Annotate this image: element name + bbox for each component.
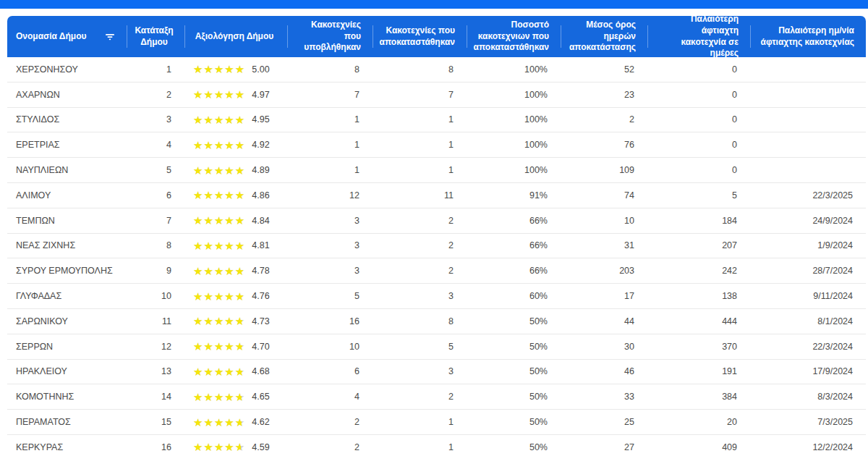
cell-value: 7/3/2025: [817, 417, 853, 427]
cell-value: 3: [354, 266, 359, 276]
cell-oldest_date: 8/3/2024: [750, 384, 866, 409]
cell-value: 50%: [529, 342, 548, 352]
table-row: ΓΛΥΦΑΔΑΣ10★★★★★★★★★★4.765360%171389/11/2…: [7, 284, 866, 309]
cell-percent: 50%: [467, 309, 561, 334]
cell-value: 3: [354, 240, 359, 250]
col-header-rating[interactable]: Αξιολόγηση Δήμου: [184, 16, 287, 57]
cell-rating: ★★★★★★★★★★4.73: [184, 309, 287, 334]
cell-name: ΚΕΡΚΥΡΑΣ: [7, 435, 127, 456]
cell-oldest_days: 5: [647, 183, 750, 208]
cell-fixed: 3: [373, 360, 467, 384]
cell-avg_days: 2: [561, 108, 647, 132]
cell-avg_days: 46: [561, 360, 647, 384]
cell-oldest_days: 0: [647, 83, 750, 107]
col-header-oldest_days[interactable]: Παλαιότερη άφτιαχτη κακοτεχνία σε ημέρες: [647, 16, 750, 57]
table-row: ΠΕΡΑΜΑΤΟΣ15★★★★★★★★★★4.622150%25207/3/20…: [7, 410, 866, 435]
cell-oldest_date: 8/1/2024: [750, 309, 866, 334]
cell-oldest_days: 20: [647, 410, 750, 434]
cell-value: 50%: [529, 316, 548, 326]
municipality-rating-table: Ονομασία ΔήμουΚατάταξη ΔήμουΑξιολόγηση Δ…: [7, 16, 866, 456]
cell-value: 8/1/2024: [817, 316, 853, 326]
cell-oldest_date: [750, 158, 866, 182]
cell-name: ΗΡΑΚΛΕΙΟΥ: [7, 360, 127, 384]
cell-value: 100%: [524, 90, 548, 100]
cell-fixed: 2: [373, 234, 467, 258]
cell-percent: 100%: [467, 83, 561, 107]
cell-oldest_days: 370: [647, 334, 750, 359]
cell-oldest_days: 0: [647, 132, 750, 157]
cell-value: 8: [166, 240, 171, 250]
cell-value: ΓΛΥΦΑΔΑΣ: [16, 291, 61, 301]
col-header-label: Μέσος όρος ημερών αποκατάστασης: [569, 20, 636, 54]
cell-submitted: 16: [287, 309, 373, 334]
cell-value: 242: [722, 266, 737, 276]
cell-rating: ★★★★★★★★★★4.89: [184, 158, 287, 182]
star-rating-icon: ★★★★★★★★★★: [193, 341, 245, 352]
cell-oldest_days: 0: [647, 158, 750, 182]
cell-value: 17/9/2024: [812, 366, 853, 376]
cell-percent: 50%: [467, 334, 561, 359]
cell-fixed: 1: [373, 108, 467, 132]
cell-value: 2: [448, 266, 454, 276]
cell-oldest_date: [750, 132, 866, 157]
cell-rank: 4: [127, 132, 184, 157]
cell-value: 16: [161, 442, 171, 452]
cell-value: ΕΡΕΤΡΙΑΣ: [16, 140, 60, 150]
cell-value: ΣΕΡΡΩΝ: [16, 342, 53, 352]
table-header-row: Ονομασία ΔήμουΚατάταξη ΔήμουΑξιολόγηση Δ…: [7, 16, 866, 57]
cell-value: 5: [448, 342, 454, 352]
cell-submitted: 1: [287, 132, 373, 157]
cell-value: 9/11/2024: [813, 291, 853, 301]
cell-submitted: 2: [287, 410, 373, 434]
cell-value: 138: [722, 291, 737, 301]
cell-name: ΚΟΜΟΤΗΝΗΣ: [7, 384, 127, 409]
cell-value: 5: [166, 165, 171, 175]
col-header-label: Ποσοστό κακοτεχνιων που αποκαταστάθηκαν: [474, 20, 549, 54]
cell-value: 0: [732, 90, 737, 100]
cell-value: 2: [354, 417, 359, 427]
cell-value: 203: [619, 266, 634, 276]
star-rating-icon: ★★★★★★★★★★: [193, 64, 245, 75]
star-rating-icon: ★★★★★★★★★★: [193, 89, 245, 100]
cell-rating: ★★★★★★★★★★4.62: [184, 410, 287, 434]
cell-value: 28/7/2024: [812, 266, 853, 276]
col-header-percent[interactable]: Ποσοστό κακοτεχνιων που αποκαταστάθηκαν: [467, 16, 561, 57]
cell-name: ΑΧΑΡΝΩΝ: [7, 83, 127, 107]
cell-value: 44: [624, 316, 634, 326]
star-rating-icon: ★★★★★★★★★★: [193, 392, 245, 402]
cell-value: 31: [624, 240, 634, 250]
cell-oldest_days: 384: [647, 384, 750, 409]
cell-value: ΠΕΡΑΜΑΤΟΣ: [16, 417, 71, 427]
cell-value: 24/9/2024: [812, 216, 853, 226]
cell-value: 50%: [529, 442, 548, 452]
table-row: ΣΥΡΟΥ ΕΡΜΟΥΠΟΛΗΣ9★★★★★★★★★★4.783266%2032…: [7, 258, 866, 284]
cell-value: 14: [161, 392, 171, 402]
cell-value: ΤΕΜΠΩΝ: [16, 216, 55, 226]
cell-submitted: 6: [287, 360, 373, 384]
col-header-fixed[interactable]: Κακοτεχνίες που αποκαταστάθηκαν: [373, 16, 467, 57]
cell-value: 2: [354, 442, 359, 452]
cell-oldest_date: [750, 108, 866, 132]
col-header-submitted[interactable]: Κακοτεχνίες που υποβλήθηκαν: [287, 16, 373, 57]
cell-rating: ★★★★★★★★★★4.95: [184, 108, 287, 132]
cell-value: ΣΤΥΛΙΔΟΣ: [16, 114, 59, 124]
cell-value: 370: [722, 342, 737, 352]
cell-avg_days: 44: [561, 309, 647, 334]
cell-submitted: 2: [287, 435, 373, 456]
cell-rank: 2: [127, 83, 184, 107]
cell-value: 184: [722, 216, 737, 226]
star-rating-icon: ★★★★★★★★★★: [193, 291, 245, 302]
cell-value: 3: [354, 216, 359, 226]
cell-name: ΧΕΡΣΟΝΗΣΟΥ: [7, 57, 127, 82]
cell-oldest_date: 7/3/2025: [750, 410, 866, 434]
cell-oldest_date: 9/11/2024: [750, 284, 866, 308]
filter-icon[interactable]: [99, 33, 115, 41]
col-header-oldest_date[interactable]: Παλαιότερη ημ/νία άφτιαχτης κακοτεχνίας: [750, 16, 866, 57]
col-header-rank[interactable]: Κατάταξη Δήμου: [127, 16, 184, 57]
cell-value: 4: [166, 140, 171, 150]
cell-name: ΣΕΡΡΩΝ: [7, 334, 127, 359]
cell-fixed: 2: [373, 384, 467, 409]
col-header-avg_days[interactable]: Μέσος όρος ημερών αποκατάστασης: [561, 16, 647, 57]
cell-value: 17: [624, 291, 634, 301]
col-header-name[interactable]: Ονομασία Δήμου: [7, 16, 127, 57]
